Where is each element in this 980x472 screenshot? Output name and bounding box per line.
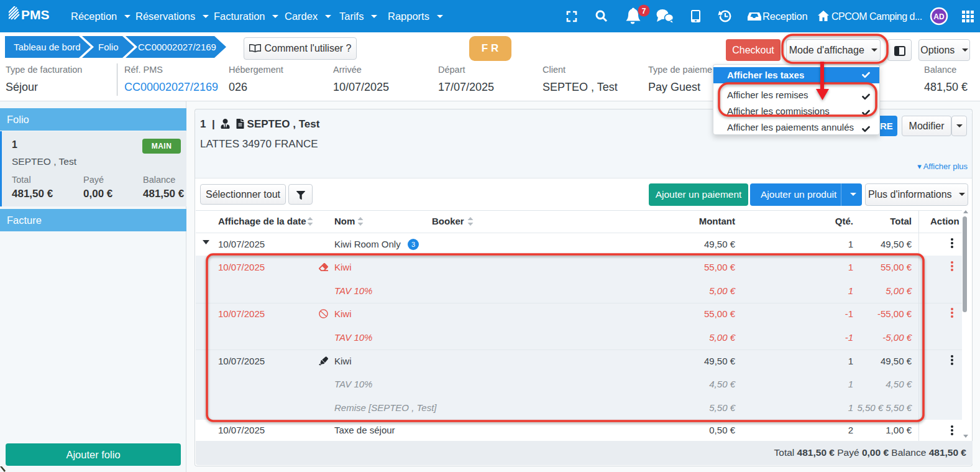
svg-text:AD: AD bbox=[933, 12, 945, 21]
svg-text:CPCOM Camping d...: CPCOM Camping d... bbox=[831, 11, 922, 22]
svg-text:Reception: Reception bbox=[762, 11, 808, 22]
svg-text:Tableau de bord: Tableau de bord bbox=[14, 42, 81, 52]
svg-text:Folio: Folio bbox=[98, 42, 119, 52]
svg-text:7: 7 bbox=[642, 7, 646, 16]
svg-text:CC00002027/2169: CC00002027/2169 bbox=[138, 42, 216, 52]
